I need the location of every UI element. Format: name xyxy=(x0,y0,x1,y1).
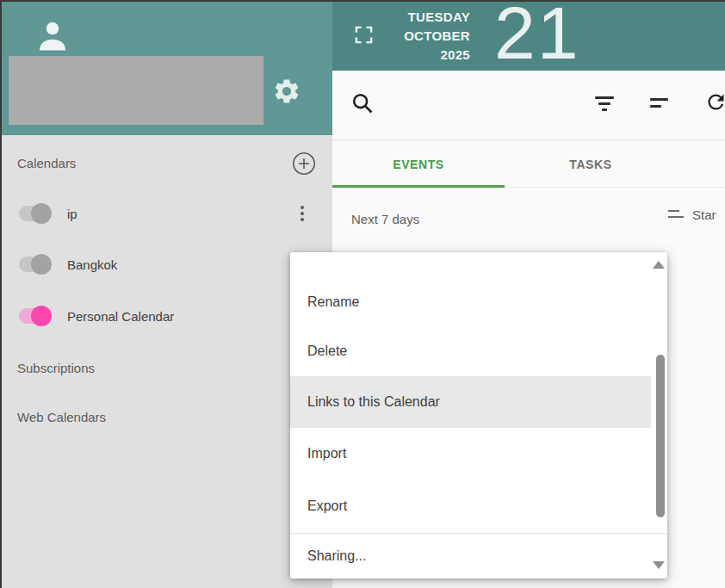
calendar-row-ip: ip xyxy=(0,195,332,232)
calendar-context-menu: Rename Delete Links to this Calendar Imp… xyxy=(290,252,667,579)
scrollbar-thumb[interactable] xyxy=(656,355,665,517)
calendar-row-personal: Personal Calendar xyxy=(0,297,332,335)
calendar-name[interactable]: ip xyxy=(67,207,77,221)
year-label: 2025 xyxy=(404,46,470,65)
date-range-label: Next 7 days xyxy=(351,212,419,226)
toggle-knob xyxy=(31,306,52,326)
sidebar-item-subscriptions[interactable]: Subscriptions xyxy=(17,361,95,375)
calendar-row-bangkok: Bangkok xyxy=(0,245,332,283)
menu-scrollbar[interactable] xyxy=(650,252,667,579)
toggle-knob xyxy=(31,203,52,224)
calendar-toggle-ip[interactable] xyxy=(19,203,53,224)
menu-item-links-to-this-calendar[interactable]: Links to this Calendar xyxy=(290,376,651,428)
calendar-name[interactable]: Bangkok xyxy=(67,257,117,272)
menu-item-delete[interactable]: Delete xyxy=(290,326,651,376)
list-subheader: Next 7 days Star xyxy=(332,188,725,244)
sort-by-label: Star xyxy=(692,207,716,222)
month-label: OCTOBER xyxy=(404,27,470,46)
mini-sort-icon xyxy=(668,207,685,222)
sidebar: Calendars ip Bangkok Personal Calendar S… xyxy=(0,0,332,588)
toolbar xyxy=(332,71,725,140)
date-text-block: TUESDAY OCTOBER 2025 xyxy=(404,8,470,65)
weekday-label: TUESDAY xyxy=(404,8,470,27)
sort-icon[interactable] xyxy=(649,93,670,114)
calendar-toggle-bangkok[interactable] xyxy=(19,254,53,275)
calendar-toggle-personal[interactable] xyxy=(19,306,53,326)
tab-events[interactable]: EVENTS xyxy=(332,140,505,188)
tab-tasks[interactable]: TASKS xyxy=(505,140,677,188)
scroll-up-arrow-icon[interactable] xyxy=(653,261,665,269)
menu-item-rename[interactable]: Rename xyxy=(290,277,651,326)
menu-item-import[interactable]: Import xyxy=(290,428,651,480)
date-header: TUESDAY OCTOBER 2025 21 xyxy=(332,0,725,71)
toggle-knob xyxy=(31,254,52,275)
calendar-name[interactable]: Personal Calendar xyxy=(67,309,174,324)
filter-list-icon[interactable] xyxy=(594,93,615,114)
search-icon[interactable] xyxy=(350,91,375,115)
refresh-icon[interactable] xyxy=(704,90,725,114)
redacted-username-block xyxy=(9,56,263,125)
tab-bar: EVENTS TASKS xyxy=(332,140,725,188)
menu-item-sharing[interactable]: Sharing... xyxy=(290,534,651,578)
sort-by-control[interactable]: Star xyxy=(668,207,716,222)
fullscreen-icon[interactable] xyxy=(354,25,374,45)
user-panel xyxy=(0,0,332,135)
window-left-border xyxy=(0,0,2,588)
calendars-section-title: Calendars xyxy=(17,156,76,170)
plus-circle-icon[interactable] xyxy=(292,152,316,176)
window-top-border xyxy=(0,0,725,2)
scroll-down-arrow-icon[interactable] xyxy=(653,561,665,569)
sidebar-item-web-calendars[interactable]: Web Calendars xyxy=(17,410,106,424)
person-icon xyxy=(36,19,69,52)
day-number: 21 xyxy=(494,0,580,76)
menu-item-export[interactable]: Export xyxy=(290,480,651,533)
gear-icon[interactable] xyxy=(272,77,301,106)
